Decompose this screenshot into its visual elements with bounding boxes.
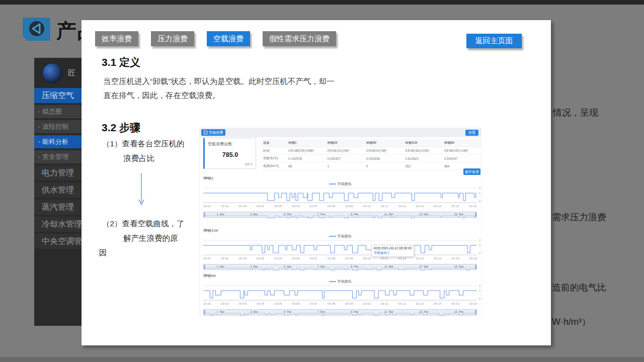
step-1-text: （1）查看各台空压机的 — [102, 139, 185, 149]
sidebar-item[interactable]: 供水管理 — [34, 183, 82, 198]
dashboard-header — [200, 128, 481, 137]
table-cell: 0.002427 — [325, 157, 364, 160]
x-axis-ticks: 03-0103-0203-0303-0403-0503-0603-0703-08… — [203, 257, 477, 260]
brush-tick: 7. Mar — [317, 310, 325, 313]
line-chart-plot: 210 — [203, 284, 484, 301]
sidebar-brand: 匠 — [34, 58, 82, 88]
sidebar-item[interactable]: 中央空调管理 — [34, 234, 82, 249]
sidebar-item[interactable]: - 组态图 — [34, 105, 82, 118]
chart-legend: 空载曲线 — [203, 234, 477, 239]
x-axis-tick: 03-02 — [221, 257, 228, 260]
x-axis-tick: 03-16 — [469, 205, 477, 208]
table-cell: 364 — [442, 164, 481, 168]
table-header-cell: 神钢10# — [403, 141, 442, 145]
brush-tick: 3. Mar — [250, 265, 258, 268]
brush-tick: 5. Mar — [284, 310, 292, 313]
slide-panel: 效率浪费压力浪费空载浪费假性需求压力浪费 返回主页面 3.1 定义 当空压机进入… — [82, 20, 551, 345]
tab-3[interactable]: 空载浪费 — [207, 31, 250, 46]
sidebar-item[interactable]: 压缩空气 — [34, 88, 82, 103]
step-1-text: 浪费占比 — [123, 153, 154, 164]
settings-button[interactable]: 设置 — [465, 130, 478, 136]
stat-label: 空载浪费总数: — [208, 141, 233, 147]
sidebar-item[interactable]: 蒸汽管理 — [34, 200, 82, 215]
device-table: 设备神钢1神钢2#神钢9#神钢10#神钢6#时间0天18时25分58秒0天0时1… — [261, 139, 481, 170]
y-axis-label: 1 — [479, 192, 480, 195]
background-text-fragment: W·h/m³） — [552, 316, 591, 328]
chart-title: 神钢1 — [203, 175, 213, 181]
sidebar-item[interactable]: 冷却水管理 — [34, 217, 82, 232]
table-cell: 352 — [403, 164, 442, 168]
brush-ticks: 1. Mar3. Mar5. Mar7. Mar9. Mar11. Mar13.… — [204, 265, 476, 268]
tab-4[interactable]: 假性需求压力浪费 — [263, 31, 336, 46]
x-axis-tick: 03-02 — [221, 302, 228, 305]
x-axis-tick: 03-12 — [398, 257, 406, 260]
x-axis-tick: 03-15 — [451, 257, 459, 260]
bottom-letterbox-bar — [0, 357, 644, 362]
table-header-cell: 神钢1 — [286, 141, 325, 145]
x-axis-tick: 03-02 — [221, 205, 228, 208]
datazoom-brush[interactable]: 1. Mar3. Mar5. Mar7. Mar9. Mar11. Mar13.… — [203, 212, 477, 218]
step-2-text: 解产生浪费的原 — [123, 233, 178, 244]
y-axis-label: 2 — [479, 284, 480, 287]
y-axis-labels: 210 — [478, 187, 484, 204]
x-axis-tick: 03-06 — [292, 205, 299, 208]
table-cell: 电量(kw·h) — [261, 164, 286, 168]
brush-tick: 7. Mar — [317, 265, 325, 268]
x-axis-tick: 03-04 — [257, 257, 264, 260]
table-cell: 0天0时0分9秒 — [364, 149, 403, 153]
tab-1[interactable]: 效率浪费 — [95, 31, 138, 46]
table-cell: 0天0时11分9秒 — [325, 149, 364, 153]
table-cell: 0.192578 — [286, 157, 325, 160]
sidebar-item[interactable]: - 波段控制 — [34, 120, 82, 133]
x-axis-tick: 03-11 — [381, 257, 388, 260]
brush-tick: 7. Mar — [317, 213, 325, 216]
x-axis-tick: 03-06 — [292, 257, 299, 260]
legend-line-icon — [329, 236, 336, 237]
table-cell: 0.594347 — [442, 157, 481, 160]
expand-all-button[interactable]: 展开全部 — [463, 168, 480, 175]
brush-tick: 3. Mar — [250, 310, 258, 313]
x-axis-tick: 03-14 — [434, 302, 441, 305]
background-text-fragment: 造前的电气比 — [552, 282, 606, 294]
sidebar-item[interactable]: - 能耗分析 — [34, 135, 82, 148]
brush-tick: 15. Mar — [454, 265, 464, 268]
tab-2[interactable]: 压力浪费 — [151, 31, 194, 46]
table-cell: 1 — [325, 164, 364, 168]
x-axis-tick: 03-08 — [328, 257, 335, 260]
back-arrow-icon — [23, 18, 50, 41]
idle-waste-total-card: 空载浪费总数: 785.0 kW·h — [203, 138, 256, 169]
dashboard-title-badge: 空载浪费 — [201, 129, 225, 136]
datazoom-brush[interactable]: 1. Mar3. Mar5. Mar7. Mar9. Mar11. Mar13.… — [203, 264, 477, 270]
table-cell: 68 — [286, 164, 325, 168]
sidebar-item[interactable]: 电力管理 — [34, 165, 82, 180]
table-cell: 0天4时34分22秒 — [403, 149, 442, 153]
x-axis-tick: 03-14 — [434, 205, 441, 208]
tooltip-value: 空载曲线:1 — [374, 251, 412, 255]
x-axis-tick: 03-15 — [451, 302, 459, 305]
datazoom-brush[interactable]: 1. Mar3. Mar5. Mar7. Mar9. Mar11. Mar13.… — [203, 309, 477, 315]
y-axis-label: 1 — [479, 289, 480, 292]
brush-tick: 9. Mar — [351, 265, 359, 268]
return-home-button[interactable]: 返回主页面 — [466, 34, 522, 48]
background-text-fragment: 情况，呈现 — [553, 107, 598, 119]
brush-tick: 13. Mar — [419, 265, 429, 268]
flow-arrow-icon — [138, 172, 145, 207]
app-sidebar: 匠 压缩空气- 组态图- 波段控制- 能耗分析- 安全管理电力管理供水管理蒸汽管… — [34, 58, 82, 326]
panel-icon — [204, 131, 207, 134]
x-axis-tick: 03-12 — [398, 205, 406, 208]
table-header-cell: 神钢2# — [325, 141, 364, 145]
definition-text-line: 当空压机进入“卸载”状态，即认为是空载。此时空压机不产气，却一 — [103, 76, 335, 87]
y-axis-label: 2 — [479, 239, 480, 242]
brush-tick: 1. Mar — [217, 265, 225, 268]
x-axis-tick: 03-05 — [274, 257, 282, 260]
brush-ticks: 1. Mar3. Mar5. Mar7. Mar9. Mar11. Mar13.… — [204, 310, 476, 313]
chart-tooltip: 时间:2021-03-12 08:30:00空载曲线:1 — [371, 245, 414, 257]
x-axis-tick: 03-03 — [239, 302, 247, 305]
table-row: 空载率(%)0.1925780.0024270.0003360.6146210.… — [261, 155, 481, 162]
x-axis-tick: 03-15 — [451, 205, 459, 208]
definition-text-line: 直在排气，因此，存在空载浪费。 — [103, 90, 220, 101]
product-logo-badge[interactable] — [23, 18, 50, 41]
x-axis-tick: 03-10 — [363, 205, 370, 208]
sidebar-item[interactable]: - 安全管理 — [34, 150, 82, 163]
x-axis-tick: 03-07 — [310, 257, 317, 260]
